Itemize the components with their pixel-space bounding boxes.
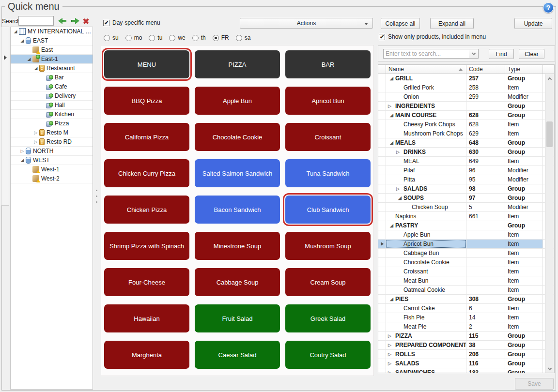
tree-splitter-handle[interactable] xyxy=(95,190,98,203)
expander-expanded-icon[interactable]: ◢ xyxy=(388,221,395,230)
tree-item-hall[interactable]: Hall xyxy=(11,101,93,110)
product-row-meat-pie[interactable]: Meat Pie2Item xyxy=(378,322,554,332)
product-row-mushroom-pork-chops[interactable]: Mushroom Pork Chops629Item xyxy=(378,129,554,138)
product-row-ingredients[interactable]: ▷INGREDIENTSGroup xyxy=(378,102,554,111)
tree-item-east[interactable]: East xyxy=(11,45,93,55)
product-row-meal[interactable]: MEAL649Item xyxy=(378,157,554,166)
menu-tile-croissant[interactable]: Croissant xyxy=(285,123,371,151)
day-specific-checkbox[interactable]: ✔ Day-specific menu xyxy=(103,19,160,26)
tree-item-west[interactable]: ◢WEST xyxy=(11,156,93,165)
product-row-meals[interactable]: ◢MEALS648Group xyxy=(378,138,554,148)
tree-item-bar[interactable]: Bar xyxy=(11,73,93,82)
column-header-code[interactable]: Code xyxy=(466,65,505,74)
product-row-grilled-pork[interactable]: Grilled Pork258Item xyxy=(378,83,554,92)
tree-item-west-2[interactable]: West-2 xyxy=(11,174,93,183)
day-radio-we[interactable]: we xyxy=(169,34,185,41)
product-row-cheesy-pork-chops[interactable]: Cheesy Pork Chops628Item xyxy=(378,120,554,129)
menu-tile-chicken-curry-pizza[interactable]: Chicken Curry Pizza xyxy=(104,159,189,187)
tree-item-delivery[interactable]: Delivery xyxy=(11,91,93,101)
column-header-name[interactable]: Name xyxy=(386,65,466,74)
product-row-apricot-bun[interactable]: Apricot BunItem xyxy=(378,240,554,249)
menu-tile-apple-bun[interactable]: Apple Bun xyxy=(195,87,280,115)
day-radio-mo[interactable]: mo xyxy=(125,34,142,41)
product-row-pizza[interactable]: ▷PIZZA115Group xyxy=(378,332,554,341)
product-row-meat-bun[interactable]: Meat BunItem xyxy=(378,276,554,286)
expander-collapsed-icon[interactable]: ▷ xyxy=(388,359,395,368)
product-row-salads[interactable]: ▷SALADS98Group xyxy=(378,184,554,194)
search-prev-icon[interactable] xyxy=(58,18,67,24)
collapsed-panel-strip[interactable] xyxy=(1,27,9,206)
menu-tile-caesar-salad[interactable]: Caesar Salad xyxy=(195,341,280,369)
menu-tile-cream-soup[interactable]: Cream Soup xyxy=(285,268,371,296)
scroll-up-icon[interactable] xyxy=(545,75,554,82)
product-row-salads[interactable]: ▷SALADS116Group xyxy=(378,359,554,368)
product-row-onion[interactable]: Onion259Modifier xyxy=(378,92,554,102)
expander-expanded-icon[interactable]: ◢ xyxy=(396,194,403,202)
menu-tile-minestrone-soup[interactable]: Minestrone Soup xyxy=(195,232,280,260)
day-radio-fr[interactable]: FR xyxy=(213,34,229,41)
column-header-type[interactable]: Type xyxy=(505,65,543,74)
product-row-cabbage-bun[interactable]: Cabbage BunItem xyxy=(378,249,554,258)
show-only-products-checkbox[interactable]: ✔ Show only products, included in menu xyxy=(379,33,486,40)
expander-expanded-icon[interactable]: ◢ xyxy=(388,138,395,147)
tree-item-resto-m[interactable]: ▷Resto M xyxy=(11,128,93,137)
expander-collapsed-icon[interactable]: ▷ xyxy=(388,368,395,373)
expander-collapsed-icon[interactable]: ▷ xyxy=(388,350,395,359)
menu-tile-fruit-salad[interactable]: Fruit Salad xyxy=(195,304,280,332)
product-row-sandwiches[interactable]: ▷SANDWICHES183Group xyxy=(378,368,554,373)
expander-collapsed-icon[interactable]: ▷ xyxy=(32,128,39,137)
product-row-pilaf[interactable]: Pilaf96Modifier xyxy=(378,166,554,175)
help-icon[interactable]: ? xyxy=(543,2,554,13)
expand-panel-icon[interactable] xyxy=(4,55,7,60)
product-row-chicken-soup[interactable]: Chicken Soup5Modifier xyxy=(378,203,554,212)
menu-tile-cabbage-soup[interactable]: Cabbage Soup xyxy=(195,268,280,296)
product-row-oatmeal-cookie[interactable]: Oatmeal CookieItem xyxy=(378,286,554,295)
expander-expanded-icon[interactable]: ◢ xyxy=(26,55,32,64)
expander-expanded-icon[interactable]: ◢ xyxy=(388,74,395,83)
search-next-icon[interactable] xyxy=(71,18,79,24)
menu-tile-chocolate-cookie[interactable]: Chocolate Cookie xyxy=(195,123,280,151)
tree-item-cafe[interactable]: Cafe xyxy=(11,82,93,91)
day-radio-tu[interactable]: tu xyxy=(149,34,162,41)
collapse-all-button[interactable]: Collapse all xyxy=(381,18,420,29)
search-clear-icon[interactable] xyxy=(82,17,90,25)
menu-tile-bar[interactable]: BAR xyxy=(285,50,371,78)
tree-item-north[interactable]: ▷NORTH xyxy=(11,147,93,156)
expander-collapsed-icon[interactable]: ▷ xyxy=(396,184,403,193)
save-button[interactable]: Save xyxy=(515,378,554,390)
tree-item-pizza[interactable]: Pizza xyxy=(11,119,93,128)
find-button[interactable]: Find xyxy=(489,49,514,59)
menu-tile-pizza[interactable]: PIZZA xyxy=(195,50,280,78)
expander-collapsed-icon[interactable]: ▷ xyxy=(32,137,39,147)
tree-item-east[interactable]: ◢EAST xyxy=(11,36,93,45)
expander-collapsed-icon[interactable]: ▷ xyxy=(388,332,395,340)
clear-button[interactable]: Clear xyxy=(519,49,544,59)
product-row-croissant[interactable]: CroissantItem xyxy=(378,267,554,276)
update-button[interactable]: Update xyxy=(514,18,552,29)
product-row-pies[interactable]: ◢PIES308Group xyxy=(378,295,554,304)
menu-tile-bbq-pizza[interactable]: BBQ Pizza xyxy=(104,87,189,115)
menu-tile-california-pizza[interactable]: California Pizza xyxy=(104,123,189,151)
product-row-main-course[interactable]: ◢MAIN COURSE628Group xyxy=(378,111,554,120)
product-row-prepared-components[interactable]: ▷PREPARED COMPONENTS38Group xyxy=(378,341,554,350)
menu-tile-coutry-salad[interactable]: Coutry Salad xyxy=(285,341,371,369)
expand-all-button[interactable]: Expand all xyxy=(430,18,474,29)
tree-item-east-1[interactable]: ◢East-1 xyxy=(11,55,93,64)
product-row-carrot-cake[interactable]: Carrot Cake6Item xyxy=(378,304,554,313)
expander-expanded-icon[interactable]: ◢ xyxy=(388,111,395,120)
menu-tile-margherita[interactable]: Margherita xyxy=(104,341,189,369)
tree-item-kitchen[interactable]: Kitchen xyxy=(11,110,93,119)
day-radio-th[interactable]: th xyxy=(192,34,206,41)
scroll-down-icon[interactable] xyxy=(545,365,554,373)
menu-tile-shrimp-pizza-with-spinach[interactable]: Shrimp Pizza with Spinach xyxy=(104,232,189,260)
scrollbar-thumb[interactable] xyxy=(546,121,553,147)
tree-item-my-international-c[interactable]: ◢MY INTERNATIONAL C... xyxy=(11,27,93,36)
day-radio-sa[interactable]: sa xyxy=(236,34,251,41)
expander-expanded-icon[interactable]: ◢ xyxy=(12,27,19,36)
product-row-drinks[interactable]: ▷DRINKS630Group xyxy=(378,148,554,157)
menu-tile-salted-salmon-sandwich[interactable]: Salted Salmon Sandwich xyxy=(195,159,280,187)
expander-expanded-icon[interactable]: ◢ xyxy=(32,64,39,73)
product-row-napkins[interactable]: Napkins661Item xyxy=(378,212,554,221)
expander-expanded-icon[interactable]: ◢ xyxy=(19,156,26,165)
expander-expanded-icon[interactable]: ◢ xyxy=(19,36,26,45)
